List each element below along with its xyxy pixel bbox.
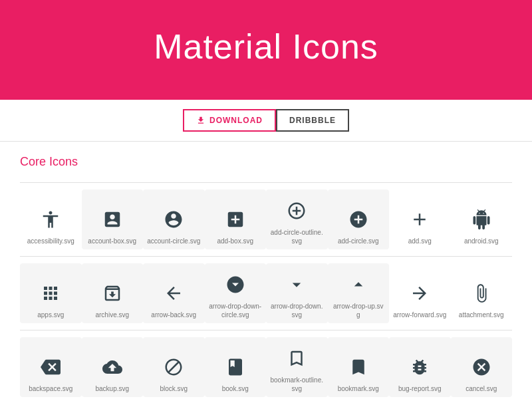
- icon-cell[interactable]: accessibility.svg: [20, 190, 82, 249]
- backspace-icon: [41, 355, 61, 379]
- arrow-drop-down-circle-icon: [225, 273, 245, 297]
- icon-label: book.svg: [222, 384, 249, 393]
- icon-label: arrow-drop-up.svg: [332, 302, 386, 319]
- arrow-back-icon: [164, 281, 184, 305]
- icon-cell[interactable]: add-circle.svg: [328, 190, 390, 249]
- icon-label: block.svg: [160, 384, 188, 393]
- icon-label: apps.svg: [37, 311, 64, 319]
- backup-icon: [102, 355, 122, 379]
- icon-cell[interactable]: arrow-drop-down.svg: [266, 263, 328, 323]
- add-icon: [410, 207, 430, 231]
- accessibility-icon: [41, 207, 61, 231]
- icon-label: account-box.svg: [88, 237, 136, 245]
- bookmark-outline-icon: [287, 346, 307, 370]
- icon-label: add-circle.svg: [338, 237, 379, 245]
- account-circle-icon: [164, 207, 184, 231]
- add-box-icon: [225, 207, 245, 231]
- download-icon: [196, 116, 205, 125]
- buttons-row: DOWNLOAD DRIBBBLE: [0, 100, 532, 142]
- icon-row: backspace.svgbackup.svgblock.svgbook.svg…: [20, 330, 512, 399]
- icon-cell[interactable]: account-circle.svg: [143, 190, 205, 249]
- icon-cell[interactable]: apps.svg: [20, 263, 82, 323]
- arrow-drop-down-icon: [287, 273, 307, 297]
- icon-label: backspace.svg: [29, 384, 72, 393]
- attachment-icon: [471, 281, 491, 305]
- page-title: Material Icons: [13, 27, 519, 66]
- icon-cell[interactable]: block.svg: [143, 337, 205, 397]
- apps-icon: [41, 281, 61, 305]
- icon-cell[interactable]: arrow-back.svg: [143, 263, 205, 323]
- icon-label: cancel.svg: [466, 384, 497, 393]
- icon-label: arrow-back.svg: [151, 311, 196, 319]
- header: Material Icons: [0, 0, 532, 100]
- block-icon: [164, 355, 184, 379]
- icon-cell[interactable]: add.svg: [389, 190, 451, 249]
- icon-label: account-circle.svg: [147, 237, 200, 245]
- icon-label: bug-report.svg: [398, 384, 441, 393]
- book-icon: [225, 355, 245, 379]
- icon-label: add-circle-outline.svg: [270, 228, 324, 245]
- arrow-drop-up-icon: [348, 273, 368, 297]
- icon-cell[interactable]: attachment.svg: [451, 263, 513, 323]
- icon-label: backup.svg: [95, 384, 129, 393]
- icon-label: accessibility.svg: [27, 237, 74, 245]
- archive-icon: [102, 281, 122, 305]
- icon-cell[interactable]: archive.svg: [82, 263, 144, 323]
- icon-cell[interactable]: book.svg: [205, 337, 267, 397]
- icon-cell[interactable]: arrow-drop-up.svg: [328, 263, 390, 323]
- bug-report-icon: [410, 355, 430, 379]
- icon-cell[interactable]: android.svg: [451, 190, 513, 249]
- icon-label: archive.svg: [95, 311, 129, 319]
- icon-cell[interactable]: account-box.svg: [82, 190, 144, 249]
- icon-label: android.svg: [464, 237, 499, 245]
- icon-cell[interactable]: arrow-drop-down-circle.svg: [205, 263, 267, 323]
- icon-cell[interactable]: bookmark-outline.svg: [266, 337, 328, 397]
- icon-label: bookmark.svg: [338, 384, 379, 393]
- add-circle-icon: [348, 207, 368, 231]
- icon-cell[interactable]: add-circle-outline.svg: [266, 190, 328, 249]
- icon-row: apps.svgarchive.svgarrow-back.svgarrow-d…: [20, 256, 512, 330]
- android-icon: [471, 207, 491, 231]
- icon-cell[interactable]: bug-report.svg: [389, 337, 451, 397]
- icon-cell[interactable]: add-box.svg: [205, 190, 267, 249]
- arrow-forward-icon: [410, 281, 430, 305]
- icon-row: accessibility.svgaccount-box.svgaccount-…: [20, 182, 512, 256]
- icon-label: arrow-drop-down.svg: [270, 302, 324, 319]
- icon-label: bookmark-outline.svg: [270, 376, 324, 393]
- icon-cell[interactable]: arrow-forward.svg: [389, 263, 451, 323]
- dribbble-button[interactable]: DRIBBBLE: [276, 109, 349, 132]
- icon-cell[interactable]: bookmark.svg: [328, 337, 390, 397]
- icon-label: arrow-forward.svg: [393, 311, 446, 319]
- account-box-icon: [102, 207, 122, 231]
- icon-label: attachment.svg: [459, 311, 504, 319]
- icon-grid: accessibility.svgaccount-box.svgaccount-…: [20, 182, 512, 399]
- cancel-icon: [471, 355, 491, 379]
- add-circle-outline-icon: [287, 199, 307, 223]
- icon-cell[interactable]: backup.svg: [82, 337, 144, 397]
- icon-cell[interactable]: cancel.svg: [451, 337, 513, 397]
- icon-cell[interactable]: backspace.svg: [20, 337, 82, 397]
- icon-label: add.svg: [408, 237, 432, 245]
- bookmark-icon: [348, 355, 368, 379]
- icon-label: add-box.svg: [217, 237, 253, 245]
- section-title: Core Icons: [20, 155, 512, 169]
- download-button[interactable]: DOWNLOAD: [183, 109, 276, 132]
- icon-label: arrow-drop-down-circle.svg: [209, 302, 263, 319]
- content: Core Icons accessibility.svgaccount-box.…: [0, 142, 532, 399]
